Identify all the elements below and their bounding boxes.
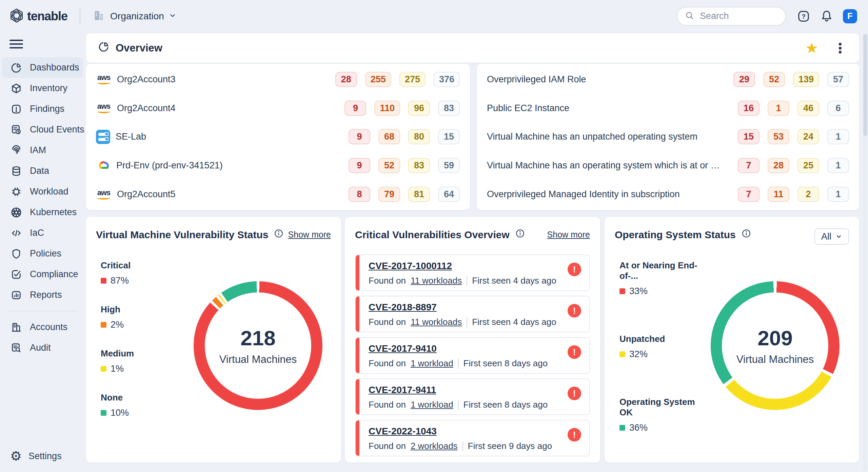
badge-low[interactable]: 57 (827, 72, 849, 87)
badge-high[interactable]: 1 (768, 101, 789, 116)
badge-low[interactable]: 64 (438, 187, 460, 202)
sidebar-item-compliance[interactable]: Compliance (2, 264, 83, 285)
finding-row[interactable]: Virtual Machine has an operating system … (477, 158, 859, 173)
sidebar-item-inventory[interactable]: Inventory (2, 78, 83, 99)
organization-selector[interactable]: Organization (92, 9, 176, 24)
cve-card-item[interactable]: CVE-2017-9411Found on 1 workloadFirst se… (355, 378, 590, 415)
badge-critical[interactable]: 16 (738, 101, 760, 116)
badge-critical[interactable]: 7 (738, 158, 760, 173)
badge-critical[interactable]: 7 (738, 187, 760, 202)
help-button[interactable]: ? (797, 9, 810, 23)
badge-low[interactable]: 6 (827, 101, 849, 116)
finding-row[interactable]: Virtual Machine has an unpatched operati… (477, 129, 859, 144)
badge-high[interactable]: 79 (378, 187, 400, 202)
badge-critical[interactable]: 9 (344, 101, 366, 116)
account-row[interactable]: SE-Lab9688015 (86, 129, 470, 144)
badge-critical[interactable]: 29 (733, 72, 755, 87)
account-row[interactable]: awsOrg2Account491109683 (86, 101, 470, 116)
account-row[interactable]: awsOrg2Account328255275376 (86, 72, 470, 87)
sidebar-item-kubernetes[interactable]: Kubernetes (2, 202, 83, 223)
badge-low[interactable]: 376 (434, 72, 460, 87)
badge-medium[interactable]: 80 (408, 129, 430, 144)
workloads-link[interactable]: 11 workloads (411, 317, 462, 327)
vm-legend-item: Critical87% (101, 260, 134, 286)
sidebar-item-iam[interactable]: IAM (2, 140, 83, 161)
sidebar-item-cloud-events[interactable]: Cloud Events (2, 119, 83, 140)
badge-low[interactable]: 1 (827, 129, 849, 144)
account-row[interactable]: Prd-Env (prd-env-341521)9528359 (86, 158, 470, 173)
cve-show-more-link[interactable]: Show more (547, 228, 590, 240)
badge-high[interactable]: 52 (378, 158, 400, 173)
badge-low[interactable]: 83 (438, 101, 460, 116)
sidebar-item-dashboards[interactable]: Dashboards (2, 57, 83, 78)
cve-card-item[interactable]: CVE-2017-9410Found on 1 workloadFirst se… (355, 337, 590, 374)
badge-medium[interactable]: 2 (797, 187, 819, 202)
sidebar-item-findings[interactable]: Findings (2, 99, 83, 119)
finding-row[interactable]: Public EC2 Instance161466 (477, 101, 859, 116)
sidebar-item-iac[interactable]: IaC (2, 223, 83, 243)
workloads-link[interactable]: 11 workloads (411, 275, 462, 286)
badge-high[interactable]: 52 (763, 72, 785, 87)
badge-low[interactable]: 15 (438, 129, 460, 144)
badge-high[interactable]: 28 (768, 158, 789, 173)
badge-critical[interactable]: 28 (335, 72, 357, 87)
cve-link[interactable]: CVE-2017-1000112 (369, 261, 452, 271)
favorite-star-icon[interactable]: ★ (805, 41, 818, 56)
cve-card-item[interactable]: CVE-2022-1043Found on 2 workloadsFirst s… (355, 420, 590, 456)
badge-critical[interactable]: 9 (349, 158, 370, 173)
info-icon[interactable] (741, 228, 751, 241)
cve-link[interactable]: CVE-2018-8897 (369, 302, 437, 313)
vertical-scrollbar[interactable] (863, 33, 867, 471)
badge-medium[interactable]: 81 (408, 187, 430, 202)
sidebar-item-settings[interactable]: ⚙ Settings (10, 450, 62, 463)
finding-row[interactable]: Overprivileged IAM Role295213957 (477, 72, 859, 87)
badge-critical[interactable]: 9 (349, 129, 370, 144)
finding-row[interactable]: Overprivileged Managed Identity in subsc… (477, 187, 859, 202)
badge-medium[interactable]: 96 (408, 101, 430, 116)
cve-link[interactable]: CVE-2022-1043 (369, 426, 437, 437)
info-icon[interactable] (274, 228, 284, 241)
menu-hamburger-icon[interactable] (9, 40, 23, 48)
badge-critical[interactable]: 8 (349, 187, 370, 202)
os-filter-dropdown[interactable]: All (814, 228, 849, 245)
badge-medium[interactable]: 46 (797, 101, 819, 116)
badge-medium[interactable]: 275 (399, 72, 426, 87)
notifications-bell-icon[interactable] (820, 9, 833, 23)
badge-high[interactable]: 68 (378, 129, 400, 144)
cve-link[interactable]: CVE-2017-9410 (369, 343, 437, 354)
badge-medium[interactable]: 139 (793, 72, 819, 87)
sidebar-item-data[interactable]: Data (2, 161, 83, 181)
badge-low[interactable]: 1 (827, 158, 849, 173)
scrollbar-thumb[interactable] (863, 34, 867, 136)
badge-high[interactable]: 53 (768, 129, 789, 144)
user-avatar[interactable]: F (843, 9, 857, 23)
sidebar-item-reports[interactable]: Reports (2, 285, 83, 305)
workloads-link[interactable]: 1 workload (411, 399, 453, 410)
workloads-link[interactable]: 1 workload (411, 358, 453, 369)
badge-medium[interactable]: 83 (408, 158, 430, 173)
kebab-menu-icon[interactable]: ⋮ (833, 41, 847, 55)
tenable-logo[interactable]: tenable (9, 8, 67, 25)
sidebar-item-accounts[interactable]: Accounts (2, 317, 83, 337)
badge-low[interactable]: 1 (827, 187, 849, 202)
badge-critical[interactable]: 15 (738, 129, 760, 144)
sidebar-item-policies[interactable]: Policies (2, 243, 83, 264)
badge-medium[interactable]: 25 (797, 158, 819, 173)
info-icon[interactable] (515, 228, 525, 241)
cve-link[interactable]: CVE-2017-9411 (369, 385, 436, 395)
badge-high[interactable]: 255 (365, 72, 391, 87)
badge-medium[interactable]: 24 (797, 129, 819, 144)
cve-card-item[interactable]: CVE-2017-1000112Found on 11 workloadsFir… (355, 254, 590, 291)
sidebar-item-workload[interactable]: Workload (2, 181, 83, 202)
os-legend-item: Operating System OK36% (619, 397, 704, 433)
badge-low[interactable]: 59 (438, 158, 460, 173)
vm-vuln-show-more-link[interactable]: Show more (288, 228, 331, 240)
badge-high[interactable]: 11 (768, 187, 789, 202)
sidebar-item-audit[interactable]: Audit (2, 337, 83, 358)
workloads-link[interactable]: 2 workloads (411, 441, 458, 451)
cve-card-item[interactable]: CVE-2018-8897Found on 11 workloadsFirst … (355, 296, 590, 332)
search-input[interactable]: Search (677, 7, 786, 26)
sidebar-item-label: Reports (30, 290, 62, 300)
account-row[interactable]: awsOrg2Account58798164 (86, 187, 470, 202)
badge-high[interactable]: 110 (374, 101, 400, 116)
